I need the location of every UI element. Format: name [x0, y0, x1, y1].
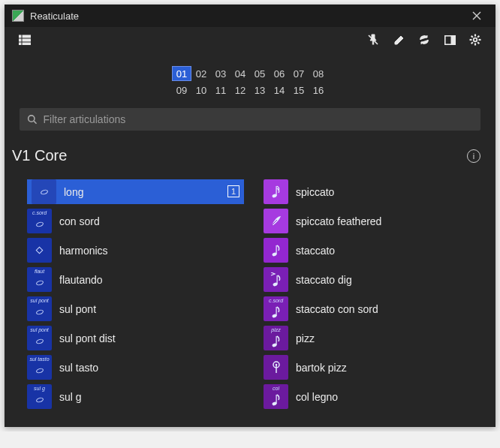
articulation-item[interactable]: sul gsul g [27, 384, 244, 409]
articulation-label: flautando [59, 274, 103, 286]
svg-rect-8 [372, 41, 373, 44]
channel-01[interactable]: 01 [172, 66, 191, 81]
dock-icon [444, 35, 456, 45]
articulation-tile: c.sord [264, 296, 288, 321]
articulation-item[interactable]: flautflautando [27, 267, 244, 292]
articulation-label: spiccato feathered [296, 215, 381, 227]
svg-rect-38 [276, 395, 276, 404]
articulation-label: long [64, 186, 83, 198]
channel-04[interactable]: 04 [230, 66, 250, 81]
channel-08[interactable]: 08 [309, 66, 328, 81]
wholenote-icon [36, 398, 44, 402]
channel-15[interactable]: 15 [289, 83, 309, 98]
channel-13[interactable]: 13 [250, 83, 270, 98]
sync-icon [418, 34, 430, 46]
articulation-item[interactable]: pizzpizz [264, 326, 480, 350]
articulation-tile: pizz [264, 326, 288, 350]
channel-11[interactable]: 11 [211, 83, 230, 98]
tile-superscript: pizz [264, 327, 288, 332]
channel-07[interactable]: 07 [289, 66, 309, 81]
channel-picker: 0102030405060708 0910111213141516 [5, 66, 495, 98]
svg-rect-3 [23, 35, 31, 38]
close-button[interactable] [465, 5, 488, 27]
program-number-badge: 1 [227, 185, 239, 197]
svg-point-21 [29, 116, 35, 122]
tile-superscript: col [264, 386, 288, 391]
articulation-column-right: spiccatospiccato featheredstaccatostacca… [264, 179, 480, 409]
articulation-item[interactable]: long1 [27, 179, 244, 204]
channel-02[interactable]: 02 [191, 66, 211, 81]
articulation-item[interactable]: sul pontsul pont dist [27, 326, 244, 350]
channel-14[interactable]: 14 [270, 83, 289, 98]
list-button[interactable] [12, 29, 38, 51]
tile-superscript: sul pont [27, 327, 52, 332]
info-button[interactable]: i [467, 149, 480, 163]
svg-rect-31 [276, 307, 276, 316]
articulation-item[interactable]: colcol legno [264, 384, 480, 409]
svg-rect-6 [19, 43, 21, 45]
channel-10[interactable]: 10 [191, 83, 211, 98]
svg-line-18 [477, 42, 479, 44]
close-icon [472, 11, 481, 20]
articulation-label: staccato dig [296, 274, 352, 286]
channel-03[interactable]: 03 [211, 66, 230, 81]
articulation-label: spiccato [296, 186, 334, 198]
articulation-grid: long1c.sordcon sordharmonicsflautflautan… [5, 172, 495, 427]
feather-icon [270, 214, 283, 229]
channel-row-2: 0910111213141516 [172, 83, 328, 98]
app-window: Reaticulate [5, 5, 495, 427]
articulation-item[interactable]: c.sordstaccato con sord [264, 296, 480, 321]
articulation-item[interactable]: staccato [264, 238, 480, 263]
articulation-label: sul tasto [59, 362, 98, 374]
wholenote-icon [36, 339, 44, 344]
eighth-icon [271, 393, 282, 407]
diamond-icon [37, 248, 42, 253]
svg-rect-29 [276, 275, 277, 284]
toolbar [5, 27, 495, 53]
eighth-icon [271, 305, 282, 319]
tile-superscript: c.sord [27, 210, 52, 215]
articulation-item[interactable]: spiccato feathered [264, 209, 480, 233]
articulation-item[interactable]: staccato dig [264, 267, 480, 292]
articulation-item[interactable]: c.sordcon sord [27, 209, 244, 233]
articulation-item[interactable]: spiccato [264, 179, 480, 204]
articulation-tile [27, 238, 52, 263]
channel-06[interactable]: 06 [270, 66, 289, 81]
channel-05[interactable]: 05 [250, 66, 270, 81]
sixteenth-icon [271, 185, 282, 199]
articulation-tile: sul pont [27, 296, 52, 321]
svg-point-12 [474, 38, 477, 42]
sync-button[interactable] [411, 29, 437, 51]
wholenote-icon [41, 190, 48, 194]
articulation-item[interactable]: bartok pizz [264, 355, 480, 380]
svg-line-22 [34, 121, 36, 123]
articulation-tile: sul pont [27, 326, 52, 350]
svg-line-19 [477, 36, 479, 38]
svg-rect-5 [23, 39, 31, 41]
settings-button[interactable] [462, 29, 488, 51]
pin-button[interactable] [360, 29, 386, 51]
edit-button[interactable] [386, 29, 411, 51]
channel-09[interactable]: 09 [172, 83, 191, 98]
channel-12[interactable]: 12 [230, 83, 250, 98]
pin-off-icon [367, 34, 379, 46]
search-icon [27, 114, 38, 125]
articulation-item[interactable]: harmonics [27, 238, 244, 263]
channel-16[interactable]: 16 [309, 83, 328, 98]
articulation-label: staccato [296, 245, 335, 257]
svg-rect-24 [276, 186, 276, 196]
tile-superscript: c.sord [264, 298, 288, 303]
svg-rect-4 [19, 39, 21, 41]
gear-icon [469, 34, 481, 46]
articulation-label: con sord [59, 215, 100, 227]
articulation-label: harmonics [59, 245, 108, 257]
articulation-item[interactable]: sul tastosul tasto [27, 355, 244, 380]
search-box[interactable] [20, 108, 480, 131]
search-input[interactable] [44, 113, 474, 125]
bartok-icon [270, 360, 282, 375]
search-row [5, 98, 495, 131]
articulation-item[interactable]: sul pontsul pont [27, 296, 244, 321]
articulation-tile [264, 238, 288, 263]
articulation-label: staccato con sord [296, 303, 378, 315]
dock-button[interactable] [437, 29, 462, 51]
